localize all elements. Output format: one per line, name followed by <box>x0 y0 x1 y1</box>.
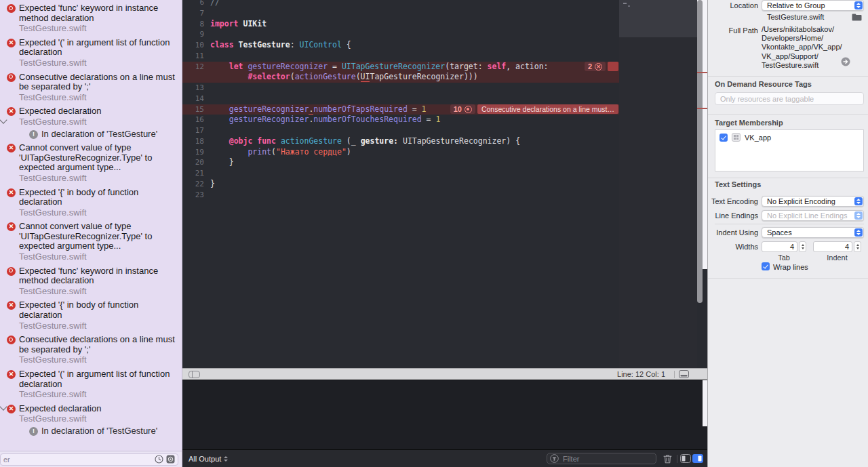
indent-width-field[interactable]: 4 <box>813 241 852 252</box>
code-line[interactable]: 10class TestGesture: UIControl { <box>182 40 619 51</box>
editor-layout-icon[interactable] <box>679 370 689 378</box>
code-text: // <box>210 0 220 8</box>
open-path-arrow-icon[interactable] <box>841 57 850 66</box>
line-number[interactable] <box>182 72 210 83</box>
line-number[interactable]: 7 <box>182 8 210 19</box>
disclosure-chevron-icon[interactable] <box>0 117 7 124</box>
target-row[interactable]: VK_app <box>715 130 863 144</box>
target-membership-box: VK_app <box>715 129 864 171</box>
breakpoint-capsule-icon[interactable] <box>189 371 200 378</box>
resource-tags-field[interactable] <box>715 92 864 105</box>
code-line[interactable]: 15 gestureRecognizer.numberOfTapsRequire… <box>182 104 619 115</box>
code-line[interactable]: 7 <box>182 8 619 19</box>
issue-child-item[interactable]: !In declaration of 'TestGesture' <box>29 129 178 140</box>
editor-scrollbar-thumb[interactable] <box>697 0 703 303</box>
issue-item[interactable]: Consecutive declarations on a line must … <box>0 333 182 367</box>
line-number[interactable]: 9 <box>182 29 210 40</box>
code-line[interactable]: #selector(actionGesture(UITapGestureReco… <box>182 72 619 83</box>
text-encoding-label: Text Encoding <box>708 196 758 207</box>
line-number[interactable]: 21 <box>182 168 210 179</box>
inline-error-badge[interactable]: 10Consecutive declarations on a line mus… <box>450 104 618 115</box>
line-number[interactable]: 17 <box>182 125 210 136</box>
issue-item[interactable]: ✕Expected '{' in body of function declar… <box>0 298 182 333</box>
folder-icon[interactable] <box>852 13 862 21</box>
text-encoding-dropdown[interactable]: No Explicit Encoding <box>762 196 864 207</box>
code-line[interactable]: 18 @objc func actionGesture (_ gesture: … <box>182 136 619 147</box>
code-line[interactable]: 12 let gestureRecognizer = UITapGestureR… <box>182 62 619 73</box>
issue-text: In declaration of 'TestGesture' <box>41 426 157 436</box>
console-scrollbar[interactable] <box>703 380 707 426</box>
issue-text: Expected '(' in argument list of functio… <box>19 369 178 389</box>
error-x-icon: ✕ <box>7 370 16 379</box>
line-col-indicator[interactable]: Line: 12 Col: 1 <box>617 370 665 378</box>
code-text: print("Нажато сердце") <box>210 147 351 158</box>
tab-width-field[interactable]: 4 <box>762 241 797 252</box>
wrap-lines-checkbox[interactable] <box>762 262 770 270</box>
line-endings-dropdown[interactable]: No Explicit Line Endings <box>762 210 864 221</box>
line-number[interactable]: 6 <box>182 0 210 8</box>
code-line[interactable]: 19 print("Нажато сердце") <box>182 147 619 158</box>
line-number[interactable]: 10 <box>182 40 210 51</box>
line-number[interactable]: 16 <box>182 115 210 125</box>
code-line[interactable]: 17 <box>182 125 619 136</box>
line-number[interactable]: 23 <box>182 190 210 201</box>
issue-item[interactable]: ✕Cannot convert value of type 'UITapGest… <box>0 220 182 264</box>
line-number[interactable]: 15 <box>182 104 210 115</box>
code-line[interactable]: 8import UIKit <box>182 19 619 30</box>
source-editor[interactable]: 6//78import UIKit910class TestGesture: U… <box>182 0 707 368</box>
line-number[interactable]: 11 <box>182 51 210 62</box>
code-line[interactable]: 23 <box>182 190 619 201</box>
wrap-lines-label: Wrap lines <box>773 263 808 271</box>
line-number[interactable]: 14 <box>182 94 210 104</box>
editor-scrollbar[interactable] <box>697 0 707 269</box>
issue-item[interactable]: ✕Expected '(' in argument list of functi… <box>0 36 182 70</box>
issue-file: TestGesture.swift <box>19 414 178 424</box>
issue-item[interactable]: ✕Expected declarationTestGesture.swift!I… <box>0 104 182 141</box>
inline-error-badge[interactable]: 2✕ <box>585 62 618 73</box>
code-line[interactable]: 13 <box>182 83 619 94</box>
line-number[interactable]: 12 <box>182 62 210 73</box>
console-filter-input[interactable] <box>561 454 653 464</box>
minimap-viewport[interactable] <box>619 0 697 37</box>
line-number[interactable]: 18 <box>182 136 210 147</box>
indent-width-stepper[interactable] <box>854 241 861 252</box>
variables-view-toggle-icon[interactable] <box>680 454 691 463</box>
indent-using-dropdown[interactable]: Spaces <box>762 227 864 238</box>
code-line[interactable]: 21 <box>182 168 619 179</box>
issue-item[interactable]: Expected 'func' keyword in instance meth… <box>0 264 182 299</box>
line-number[interactable]: 13 <box>182 83 210 94</box>
issue-item[interactable]: ✕Cannot convert value of type 'UITapGest… <box>0 141 182 185</box>
navigator-filter-field[interactable]: er <box>0 453 178 466</box>
errors-only-toggle-icon[interactable] <box>166 455 175 464</box>
console-filter-field[interactable] <box>547 453 656 464</box>
line-number[interactable]: 20 <box>182 157 210 168</box>
issue-child-item[interactable]: !In declaration of 'TestGesture' <box>29 426 178 436</box>
line-number[interactable]: 8 <box>182 19 210 30</box>
minimap[interactable] <box>619 0 697 368</box>
code-line[interactable]: 11 <box>182 51 619 62</box>
line-number[interactable]: 19 <box>182 147 210 158</box>
resource-tags-input[interactable] <box>719 94 860 104</box>
code-line[interactable]: 16 gestureRecognizer.numberOfTouchesRequ… <box>182 115 619 125</box>
location-dropdown[interactable]: Relative to Group <box>762 0 864 11</box>
issue-item[interactable]: ✕Expected declarationTestGesture.swift!I… <box>0 402 182 439</box>
issue-item[interactable]: ✕Expected '(' in argument list of functi… <box>0 367 182 402</box>
debug-console[interactable] <box>182 380 707 449</box>
tab-width-stepper[interactable] <box>799 241 806 252</box>
issue-item[interactable]: Expected 'func' keyword in instance meth… <box>0 1 182 36</box>
code-line[interactable]: 9 <box>182 29 619 40</box>
line-number[interactable]: 22 <box>182 179 210 190</box>
recent-issues-clock-icon[interactable] <box>155 455 163 464</box>
code-line[interactable]: 6// <box>182 0 619 8</box>
issue-item[interactable]: ✕Expected '{' in body of function declar… <box>0 186 182 220</box>
issue-item[interactable]: Consecutive declarations on a line must … <box>0 70 182 105</box>
target-checkbox[interactable] <box>719 134 728 142</box>
code-line[interactable]: 20 } <box>182 157 619 168</box>
code-line[interactable]: 14 <box>182 94 619 104</box>
code-line[interactable]: 22} <box>182 179 619 190</box>
console-view-toggle-icon[interactable] <box>692 454 703 463</box>
console-toolbar: All Output <box>182 449 707 467</box>
all-output-selector[interactable]: All Output <box>189 455 228 463</box>
clear-console-trash-icon[interactable] <box>663 454 672 464</box>
error-x-icon: ✕ <box>7 107 16 116</box>
